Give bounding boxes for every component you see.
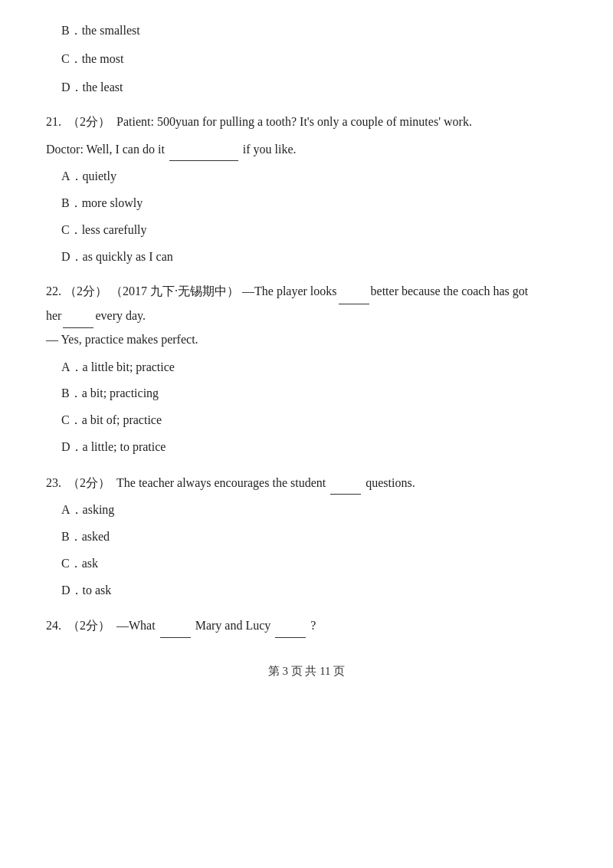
q22-text2: her every day. bbox=[46, 304, 567, 328]
blank-q22-2 bbox=[63, 304, 93, 328]
q21-text: 21. （2分） Patient: 500yuan for pulling a … bbox=[46, 110, 567, 133]
option-text: C．the most bbox=[61, 48, 567, 71]
option-d-q20: D．the least bbox=[46, 77, 567, 99]
blank-q24-1 bbox=[160, 613, 191, 637]
q23-option-a: A．asking bbox=[61, 499, 567, 521]
q21-option-b: B．more slowly bbox=[61, 192, 567, 215]
q21-text2: Doctor: Well, I can do it if you like. bbox=[46, 137, 567, 161]
q22-option-a: A．a little bit; practice bbox=[61, 357, 567, 379]
blank-q22-1 bbox=[339, 280, 369, 304]
question-22: 22. （2分） （2017 九下·无锡期中） —The player look… bbox=[46, 280, 567, 458]
q22-option-c: C．a bit of; practice bbox=[61, 409, 567, 432]
blank-q24-2 bbox=[275, 613, 306, 637]
q23-text: 23. （2分） The teacher always encourages t… bbox=[46, 471, 567, 495]
q21-option-a: A．quietly bbox=[61, 166, 567, 188]
option-text: B．the smallest bbox=[61, 20, 567, 42]
option-text: D．the least bbox=[61, 77, 567, 99]
question-21: 21. （2分） Patient: 500yuan for pulling a … bbox=[46, 110, 567, 268]
page-footer: 第 3 页 共 11 页 bbox=[46, 661, 567, 682]
q22-option-b: B．a bit; practicing bbox=[61, 383, 567, 405]
q21-option-c: C．less carefully bbox=[61, 219, 567, 242]
blank-q21 bbox=[169, 137, 238, 161]
q21-option-d: D．as quickly as I can bbox=[61, 246, 567, 268]
q24-text: 24. （2分） —What Mary and Lucy ? bbox=[46, 613, 567, 637]
q23-option-c: C．ask bbox=[61, 553, 567, 575]
question-24: 24. （2分） —What Mary and Lucy ? bbox=[46, 613, 567, 637]
q23-option-d: D．to ask bbox=[61, 580, 567, 602]
q22-text1: 22. （2分） （2017 九下·无锡期中） —The player look… bbox=[46, 280, 567, 304]
q22-option-d: D．a little; to pratice bbox=[61, 436, 567, 459]
option-b-q20: B．the smallest bbox=[46, 20, 567, 42]
q23-option-b: B．asked bbox=[61, 526, 567, 548]
q22-text3: — Yes, practice makes perfect. bbox=[46, 328, 567, 351]
blank-q23 bbox=[330, 471, 361, 495]
question-23: 23. （2分） The teacher always encourages t… bbox=[46, 471, 567, 602]
option-c-q20: C．the most bbox=[46, 48, 567, 71]
